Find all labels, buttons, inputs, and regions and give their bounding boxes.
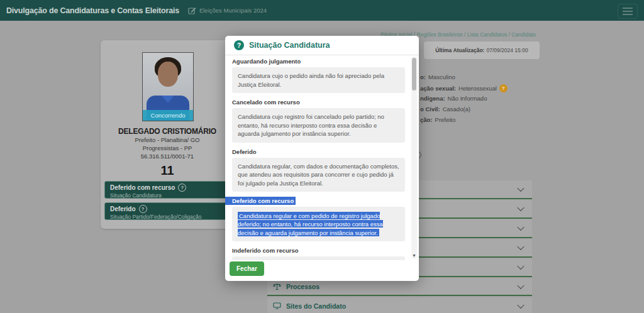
candidate-name: DELEGADO CRISTIOMÁRIO [101, 127, 234, 136]
chevron-down-icon [517, 204, 524, 211]
election-edition[interactable]: Eleições Municipais 2024 [188, 6, 267, 14]
detail-label: o: [420, 74, 426, 80]
detail-label: ção: [420, 116, 433, 123]
modal-title: Situação Candidatura [249, 41, 330, 50]
modal-body: Aguardando julgamento Candidatura cujo o… [225, 55, 419, 260]
help-icon[interactable]: ? [139, 205, 147, 213]
chevron-down-icon [517, 185, 524, 192]
status-definition: Cancelado com recurso Candidatura cujo r… [232, 99, 405, 143]
election-edition-label: Eleições Municipais 2024 [199, 7, 267, 14]
chevron-down-icon [517, 224, 524, 231]
modal-scrollbar[interactable]: ▾ [411, 57, 417, 259]
question-icon: ? [234, 40, 244, 50]
candidate-card: Concorrendo DELEGADO CRISTIOMÁRIO Prefei… [101, 40, 234, 229]
last-update-value: 07/09/2024 15:00 [486, 47, 528, 53]
ballot-number: 11 [101, 163, 234, 178]
status-definition-text: Candidatura não regular e com pedido de … [232, 256, 405, 261]
status-card-sublabel: Situação Candidatura [110, 192, 228, 199]
accordion-label: Processos [286, 283, 319, 290]
status-definition-text: Candidatura cujo o pedido ainda não foi … [232, 67, 405, 93]
detail-row-indigena: ndígena: Não Informado [420, 95, 487, 102]
detail-value: Masculino [428, 74, 455, 80]
status-definition: Deferido Candidatura regular, com dados … [232, 148, 405, 192]
last-update-label: Última Atualização: [435, 47, 484, 53]
detail-label: ndígena: [420, 95, 445, 102]
detail-value: Prefeito [435, 116, 456, 123]
detail-label: o Civil: [420, 106, 440, 113]
status-definition-text: Candidatura regular, com dados e documen… [232, 158, 405, 192]
detail-value: Não Informado [448, 95, 487, 102]
help-icon-orange[interactable]: ? [499, 84, 508, 92]
status-card-label: Deferido [110, 206, 136, 212]
candidate-cnpj: 56.316.511/0001-71 [101, 152, 234, 160]
status-card-partido[interactable]: Deferido ? Situação Partido/Federação/Co… [104, 202, 229, 220]
status-definition-title: Indeferido com recurso [232, 247, 405, 254]
app-title: Divulgação de Candidaturas e Contas Elei… [6, 6, 179, 15]
detail-value: Casado(a) [443, 106, 470, 113]
scrollbar-thumb[interactable] [412, 58, 416, 91]
status-card-sublabel: Situação Partido/Federação/Coligação [110, 214, 228, 220]
accordion-sites[interactable]: Sites do Candidato [267, 297, 532, 313]
status-definition-title: Deferido [232, 148, 405, 155]
candidate-office: Prefeito - Planaltina/ GO [101, 136, 234, 144]
candidate-party: Progressistas - PP [101, 144, 234, 152]
status-definition-highlighted: Deferido com recurso Candidatura regular… [232, 197, 405, 241]
last-update-box: Última Atualização: 07/09/2024 15:00 [424, 41, 540, 59]
status-definition-title: Aguardando julgamento [232, 58, 405, 65]
monitor-icon [273, 302, 281, 309]
detail-label: ação sexual: [420, 85, 456, 92]
candidate-info: DELEGADO CRISTIOMÁRIO Prefeito - Planalt… [101, 127, 234, 178]
status-definition-text: Candidatura cujo registro foi cancelado … [232, 108, 405, 143]
top-bar: Divulgação de Candidaturas e Contas Elei… [0, 0, 644, 21]
edit-icon [188, 6, 196, 14]
help-icon[interactable]: ? [178, 184, 186, 192]
running-status-badge: Concorrendo [143, 110, 193, 121]
hamburger-icon [623, 8, 633, 9]
detail-row-orientation: ação sexual: Heterossexual ? [420, 84, 508, 92]
status-card-candidatura[interactable]: Deferido com recurso ? Situação Candidat… [104, 181, 229, 199]
status-definition: Indeferido com recurso Candidatura não r… [232, 247, 405, 261]
candidate-photo: Concorrendo [142, 52, 194, 121]
status-definition-title: Cancelado com recurso [232, 99, 405, 106]
status-definition-text: Candidatura regular e com pedido de regi… [238, 212, 383, 236]
status-definition-title: Deferido com recurso [225, 197, 296, 205]
photo-face [158, 62, 178, 87]
menu-button[interactable] [618, 4, 638, 19]
accordion-label: Sites do Candidato [286, 302, 346, 310]
scrollbar-down-arrow[interactable]: ▾ [411, 253, 417, 258]
status-card-label: Deferido com recurso [110, 184, 175, 191]
modal-header: ? Situação Candidatura [225, 36, 419, 55]
detail-value: Heterossexual [458, 85, 497, 92]
status-definition: Aguardando julgamento Candidatura cujo o… [232, 58, 405, 93]
detail-row-civil: o Civil: Casado(a) [420, 106, 470, 113]
close-button[interactable]: Fechar [230, 261, 264, 276]
page: Divulgação de Candidaturas e Contas Elei… [0, 0, 644, 313]
detail-row-sex: o: Masculino [420, 74, 455, 80]
justice-scales-icon [273, 283, 281, 290]
detail-row-ocupacao: ção: Prefeito [420, 116, 455, 123]
chevron-down-icon [517, 263, 524, 270]
situacao-candidatura-modal: ? Situação Candidatura Aguardando julgam… [225, 36, 419, 281]
chevron-down-icon [517, 243, 524, 250]
